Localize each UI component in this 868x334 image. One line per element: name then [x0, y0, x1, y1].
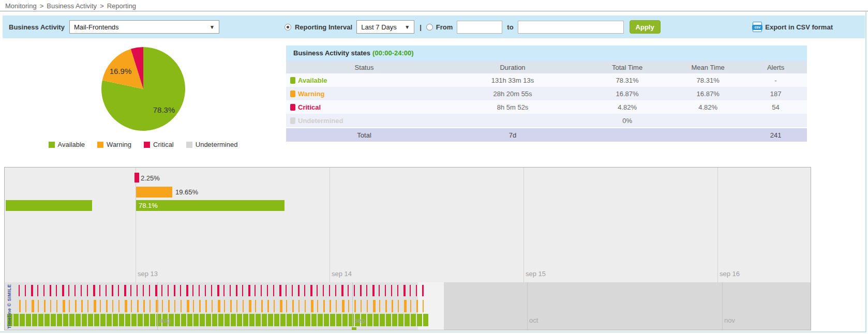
overview-tick-ok — [373, 314, 379, 326]
column-header-mean-time: Mean Time — [671, 64, 744, 71]
overview-tick-warning — [348, 300, 349, 312]
table-row-available: Available131h 33m 13s78.31%78.31%- — [286, 73, 807, 87]
legend-item-critical: Critical — [144, 141, 174, 148]
cell-duration: 131h 33m 13s — [442, 77, 583, 84]
overview-tick-ok — [218, 314, 223, 326]
overview-tick-warning — [50, 300, 51, 312]
overview-tick-critical — [130, 285, 131, 296]
pie-value-label: 78.3% — [153, 105, 175, 114]
custom-range-radio[interactable] — [426, 24, 433, 31]
overview-tick-warning — [212, 300, 213, 312]
apply-button[interactable]: Apply — [630, 20, 661, 34]
overview-tick-warning — [75, 300, 77, 312]
overview-tick-ok — [206, 314, 211, 326]
export-csv-link[interactable]: csv Export in CSV format — [753, 22, 833, 32]
overview-tick-ok — [305, 314, 310, 326]
overview-tick-warning — [274, 300, 275, 312]
business-activity-select[interactable]: Mail-Frontends ▼ — [69, 20, 219, 34]
overview-tick-ok — [82, 314, 87, 326]
pie-legend: AvailableWarningCriticalUndetermined — [0, 141, 286, 148]
overview-tick-warning — [56, 300, 57, 312]
overview-tick-critical — [137, 285, 138, 296]
breadcrumb-item-business-activity[interactable]: Business Activity — [47, 2, 97, 10]
overview-tick-warning — [342, 300, 345, 312]
overview-tick-warning — [69, 300, 70, 312]
overview-tick-warning — [286, 300, 287, 312]
overview-tick-ok — [231, 314, 236, 326]
pie-value-label: 16.9% — [110, 67, 132, 75]
overview-tick-warning — [392, 300, 393, 312]
overview-tick-ok — [187, 314, 192, 326]
overview-tick-critical — [124, 285, 126, 296]
overview-tick-critical — [43, 285, 44, 296]
breadcrumb-item-monitoring[interactable]: Monitoring — [5, 2, 37, 10]
overview-tick-critical — [255, 285, 256, 296]
breadcrumb-item-reporting[interactable]: Reporting — [107, 2, 136, 10]
overview-now-marker — [352, 327, 356, 330]
overview-tick-critical — [192, 285, 193, 296]
overview-tick-ok — [336, 314, 341, 326]
reporting-page: Monitoring>Business Activity>Reporting B… — [0, 0, 868, 334]
overview-tick-critical — [217, 285, 219, 296]
overview-tick-warning — [249, 300, 251, 312]
overview-tick-warning — [87, 300, 88, 312]
overview-tick-ok — [386, 314, 391, 326]
overview-tick-warning — [236, 300, 237, 312]
overview-tick-warning — [317, 300, 318, 312]
overview-tick-warning — [118, 300, 119, 312]
overview-tick-ok — [398, 314, 403, 326]
overview-tick-critical — [317, 285, 318, 296]
overview-tick-critical — [81, 285, 82, 296]
timeline-bar-value: 19.65% — [175, 187, 198, 197]
overview-tick-ok — [268, 314, 273, 326]
overview-tick-ok — [200, 314, 205, 326]
overview-tick-ok — [193, 314, 199, 326]
state-pie-chart: 78.3%16.9% — [0, 38, 286, 138]
overview-tick-warning — [230, 300, 232, 312]
table-row-critical: Critical8h 5m 52s4.82%4.82%54 — [286, 100, 807, 114]
overview-tick-critical — [286, 285, 287, 296]
overview-tick-critical — [112, 285, 113, 296]
overview-tick-ok — [380, 314, 385, 326]
overview-tick-critical — [74, 285, 76, 296]
day-gridline — [136, 168, 136, 282]
overview-tick-ok — [26, 314, 31, 326]
overview-tick-warning — [168, 300, 170, 312]
overview-tick-ok — [249, 314, 255, 326]
overview-tick-critical — [223, 285, 225, 296]
overview-tick-warning — [361, 300, 362, 312]
overview-tick-critical — [335, 285, 336, 296]
availability-timeline: sep 13sep 14sep 15sep 162.25%19.65%78.1%… — [4, 167, 811, 330]
timeline-bar-ok — [136, 200, 285, 211]
timeline-bar-critical — [134, 173, 139, 183]
cell-alerts: - — [744, 77, 807, 84]
timeline-bar-ok — [6, 200, 92, 211]
overview-tick-warning — [218, 300, 220, 312]
overview-tick-critical — [310, 285, 312, 296]
overview-tick-critical — [93, 285, 95, 296]
overview-tick-warning — [205, 300, 207, 312]
overview-tick-warning — [416, 300, 418, 312]
reporting-interval-radio[interactable] — [285, 24, 291, 31]
reporting-interval-select[interactable]: Last 7 Days ▼ — [356, 20, 414, 34]
timeline-overview-band[interactable]: augsepoctnov — [5, 282, 811, 330]
month-label: nov — [724, 316, 735, 324]
overview-tick-warning — [112, 300, 113, 312]
overview-tick-warning — [398, 300, 399, 312]
overview-tick-warning — [149, 300, 151, 312]
overview-tick-critical — [236, 285, 237, 296]
overview-tick-critical — [143, 285, 144, 296]
toolbar: Business Activity Mail-Frontends ▼ Repor… — [3, 16, 865, 38]
legend-item-undetermined: Undetermined — [186, 141, 238, 148]
to-label: to — [507, 23, 513, 31]
to-date-input[interactable] — [518, 21, 624, 34]
overview-tick-critical — [360, 285, 362, 296]
legend-label: Available — [58, 141, 85, 148]
states-table-total-row: Total7d241 — [286, 128, 807, 142]
chevron-down-icon: ▼ — [405, 24, 410, 30]
overview-tick-ok — [330, 314, 335, 326]
toolbar-separator: | — [420, 23, 422, 31]
overview-tick-critical — [211, 285, 212, 296]
day-label: sep 15 — [526, 270, 546, 278]
from-date-input[interactable] — [457, 21, 502, 34]
